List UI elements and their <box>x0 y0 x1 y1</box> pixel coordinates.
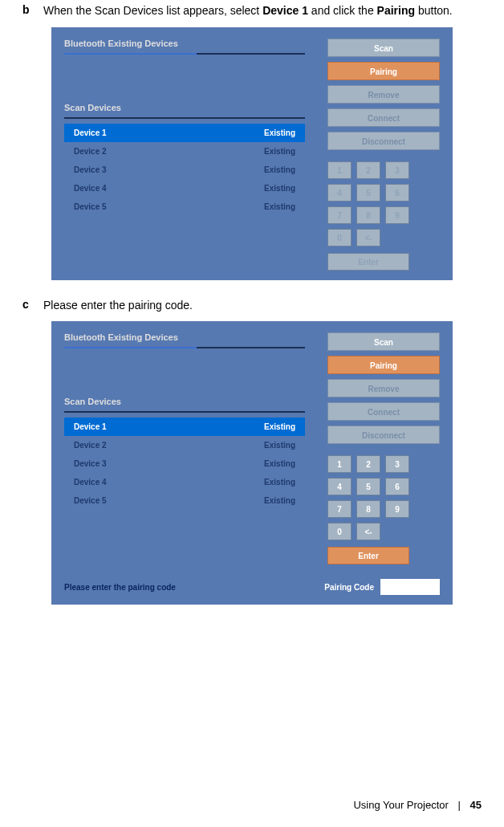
key-backspace[interactable]: <- <box>356 523 380 540</box>
device-name: Device 4 <box>74 478 107 487</box>
key-4[interactable]: 4 <box>327 478 352 495</box>
scan-devices-title: Scan Devices <box>64 397 305 406</box>
device-table: Device 1 Existing Device 2 Existing Devi… <box>64 124 305 216</box>
key-3[interactable]: 3 <box>385 161 409 179</box>
step-b-text-before: When the Scan Devices list appears, sele… <box>43 4 262 17</box>
pairing-code-row: Please enter the pairing code Pairing Co… <box>64 579 440 595</box>
key-5[interactable]: 5 <box>356 184 380 202</box>
device-row-3[interactable]: Device 3 Existing <box>64 454 305 473</box>
device-name: Device 4 <box>74 184 107 193</box>
device-row-4[interactable]: Device 4 Existing <box>64 179 305 198</box>
step-b-bold-pairing: Pairing <box>377 4 415 17</box>
prompt-text: Please enter the pairing code <box>64 583 176 592</box>
connect-button[interactable]: Connect <box>327 108 440 127</box>
step-b-bold-device: Device 1 <box>262 4 308 17</box>
device-name: Device 5 <box>74 202 107 211</box>
key-1[interactable]: 1 <box>327 161 352 179</box>
device-row-5[interactable]: Device 5 Existing <box>64 491 305 510</box>
key-2[interactable]: 2 <box>356 455 380 473</box>
disconnect-button[interactable]: Disconnect <box>327 132 440 150</box>
key-8[interactable]: 8 <box>356 206 380 224</box>
device-status: Existing <box>264 422 295 431</box>
keypad: 1 2 3 4 5 6 7 8 9 0 <- <box>327 161 440 246</box>
device-row-5[interactable]: Device 5 Existing <box>64 198 305 216</box>
footer-divider: | <box>458 799 461 811</box>
pairing-button[interactable]: Pairing <box>327 62 440 80</box>
device-status: Existing <box>264 165 295 174</box>
scan-devices-title: Scan Devices <box>64 103 305 112</box>
key-9[interactable]: 9 <box>385 206 409 224</box>
device-row-4[interactable]: Device 4 Existing <box>64 473 305 491</box>
device-name: Device 1 <box>74 422 107 431</box>
keypad: 1 2 3 4 5 6 7 8 9 0 <- <box>327 455 440 540</box>
key-6[interactable]: 6 <box>385 184 409 202</box>
device-name: Device 5 <box>74 496 107 505</box>
enter-button[interactable]: Enter <box>327 547 409 564</box>
existing-devices-title: Bluetooth Existing Devices <box>64 39 305 48</box>
page-number: 45 <box>470 799 482 811</box>
key-5[interactable]: 5 <box>356 478 380 495</box>
step-letter-b: b <box>22 3 43 19</box>
scan-button[interactable]: Scan <box>327 39 440 57</box>
device-name: Device 1 <box>74 128 107 137</box>
key-1[interactable]: 1 <box>327 455 352 473</box>
key-0[interactable]: 0 <box>327 229 352 246</box>
key-0[interactable]: 0 <box>327 523 352 540</box>
scan-button[interactable]: Scan <box>327 332 440 351</box>
device-row-2[interactable]: Device 2 Existing <box>64 142 305 161</box>
step-b-text-after: button. <box>415 4 453 17</box>
device-status: Existing <box>264 478 295 487</box>
device-name: Device 2 <box>74 147 107 156</box>
screenshot-enter-code: Bluetooth Existing Devices Scan Devices … <box>51 321 453 605</box>
page-footer: Using Your Projector | 45 <box>353 799 482 811</box>
device-row-3[interactable]: Device 3 Existing <box>64 161 305 179</box>
enter-button[interactable]: Enter <box>327 253 409 271</box>
key-9[interactable]: 9 <box>385 500 409 518</box>
disconnect-button[interactable]: Disconnect <box>327 426 440 444</box>
key-2[interactable]: 2 <box>356 161 380 179</box>
device-status: Existing <box>264 459 295 468</box>
step-b-text-middle: and click the <box>308 4 377 17</box>
device-table: Device 1 Existing Device 2 Existing Devi… <box>64 418 305 510</box>
key-6[interactable]: 6 <box>385 478 409 495</box>
step-letter-c: c <box>22 298 43 314</box>
step-b: b When the Scan Devices list appears, se… <box>22 3 482 19</box>
device-status: Existing <box>264 202 295 211</box>
step-c-text: Please enter the pairing code. <box>43 298 482 314</box>
pairing-code-label: Pairing Code <box>324 583 374 592</box>
device-name: Device 3 <box>74 459 107 468</box>
pairing-button[interactable]: Pairing <box>327 356 440 374</box>
device-status: Existing <box>264 496 295 505</box>
device-status: Existing <box>264 441 295 450</box>
step-c: c Please enter the pairing code. <box>22 298 482 314</box>
connect-button[interactable]: Connect <box>327 402 440 421</box>
device-status: Existing <box>264 147 295 156</box>
device-row-1[interactable]: Device 1 Existing <box>64 124 305 142</box>
footer-section: Using Your Projector <box>353 799 449 811</box>
device-row-2[interactable]: Device 2 Existing <box>64 436 305 454</box>
key-7[interactable]: 7 <box>327 500 352 518</box>
key-3[interactable]: 3 <box>385 455 409 473</box>
key-4[interactable]: 4 <box>327 184 352 202</box>
pairing-code-input[interactable] <box>380 579 440 595</box>
remove-button[interactable]: Remove <box>327 379 440 397</box>
remove-button[interactable]: Remove <box>327 85 440 104</box>
existing-devices-title: Bluetooth Existing Devices <box>64 332 305 342</box>
device-status: Existing <box>264 184 295 193</box>
device-name: Device 3 <box>74 165 107 174</box>
device-row-1[interactable]: Device 1 Existing <box>64 418 305 436</box>
key-7[interactable]: 7 <box>327 206 352 224</box>
device-status: Existing <box>264 128 295 137</box>
step-b-text: When the Scan Devices list appears, sele… <box>43 3 482 19</box>
key-backspace[interactable]: <- <box>356 229 380 246</box>
device-name: Device 2 <box>74 441 107 450</box>
key-8[interactable]: 8 <box>356 500 380 518</box>
screenshot-scan-devices: Bluetooth Existing Devices Scan Devices … <box>51 27 453 280</box>
